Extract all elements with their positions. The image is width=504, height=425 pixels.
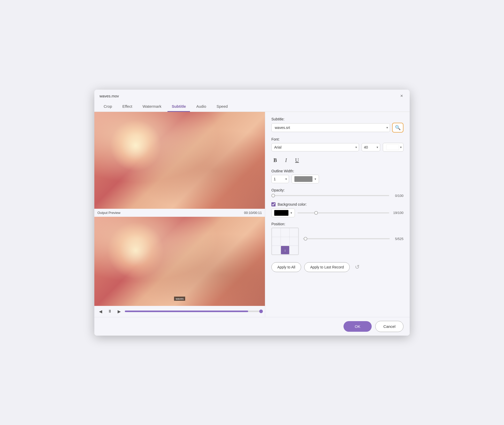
title-bar: waves.mov × (94, 90, 410, 102)
bg-color-swatch (274, 210, 288, 216)
apply-buttons-row: Apply to All Apply to Last Record ↺ (271, 262, 403, 272)
subtitle-field: Subtitle: waves.srt 🔍 (271, 117, 403, 133)
position-value: 5/525 (392, 237, 403, 241)
tab-audio[interactable]: Audio (192, 102, 210, 112)
font-size-select[interactable]: 40 (362, 143, 380, 151)
video-panel: Output Preview 00:10/00:11 waves ◀ ⏸ ▶ (94, 112, 265, 317)
opacity-slider[interactable] (271, 195, 389, 196)
font-color-swatch (386, 144, 399, 150)
dialog-title: waves.mov (100, 94, 119, 98)
main-content: Output Preview 00:10/00:11 waves ◀ ⏸ ▶ (94, 112, 410, 317)
font-size-wrapper: 40 (362, 143, 380, 151)
chevron-down-icon: ▾ (400, 145, 402, 149)
position-field: Position: ↓ (271, 222, 403, 255)
apply-all-button[interactable]: Apply to All (271, 262, 301, 272)
bg-color-button[interactable]: ▾ (271, 208, 295, 217)
progress-bar[interactable] (125, 311, 262, 312)
bold-button[interactable]: B (271, 156, 279, 164)
position-section: ↓ 5/525 (271, 228, 403, 255)
refresh-button[interactable]: ↺ (353, 263, 362, 272)
next-button[interactable]: ▶ (116, 308, 122, 315)
position-label: Position: (271, 222, 403, 226)
tab-subtitle[interactable]: Subtitle (167, 102, 190, 112)
pos-cell-7[interactable]: ↓ (281, 246, 289, 254)
tabs-bar: Crop Effect Watermark Subtitle Audio Spe… (94, 102, 410, 112)
background-checkbox-row: Background color: (271, 202, 403, 206)
pos-cell-4[interactable] (281, 237, 289, 245)
position-slider-col: 5/525 (303, 228, 403, 241)
pos-cell-8[interactable] (290, 246, 298, 254)
outline-width-wrapper: 1 (271, 175, 289, 183)
video-preview-bottom: waves (94, 217, 265, 306)
subtitle-label: Subtitle: (271, 117, 403, 121)
ok-button[interactable]: OK (343, 321, 372, 332)
close-button[interactable]: × (399, 93, 404, 99)
bottom-buttons: OK Cancel (94, 317, 410, 336)
italic-button[interactable]: I (283, 156, 289, 164)
format-row: B I U (271, 156, 403, 164)
position-slider[interactable] (303, 238, 390, 239)
chevron-down-icon-bg: ▾ (291, 211, 292, 215)
tab-speed[interactable]: Speed (212, 102, 232, 112)
preview-label-row: Output Preview 00:10/00:11 (94, 209, 265, 217)
bg-color-row: ▾ 19/100 (271, 208, 403, 217)
background-field: Background color: ▾ 19/100 (271, 202, 403, 217)
preview-timestamp: 00:10/00:11 (244, 211, 262, 215)
outline-width-select[interactable]: 1 (271, 175, 289, 183)
font-select[interactable]: Arial (271, 143, 359, 151)
pos-cell-0[interactable] (272, 228, 280, 237)
subtitle-row: waves.srt 🔍 (271, 123, 403, 133)
apply-last-button[interactable]: Apply to Last Record (304, 262, 350, 272)
cancel-button[interactable]: Cancel (375, 321, 403, 332)
bg-opacity-slider[interactable] (297, 212, 389, 213)
controls-bar: ◀ ⏸ ▶ (94, 306, 265, 317)
pos-arrow-icon: ↓ (284, 248, 286, 252)
search-icon: 🔍 (395, 125, 401, 130)
pos-cell-3[interactable] (272, 237, 280, 245)
font-row: Arial 40 ▾ (271, 143, 403, 152)
subtitle-select-wrapper: waves.srt (271, 123, 390, 132)
font-label: Font: (271, 137, 403, 141)
pos-cell-5[interactable] (290, 237, 298, 245)
outline-row: 1 ▾ (271, 175, 403, 183)
prev-button[interactable]: ◀ (97, 308, 104, 315)
output-preview-label: Output Preview (97, 211, 120, 215)
progress-fill (125, 311, 248, 312)
progress-thumb[interactable] (259, 310, 263, 313)
pause-button[interactable]: ⏸ (106, 308, 113, 315)
font-field: Font: Arial 40 ▾ (271, 137, 403, 152)
subtitle-search-button[interactable]: 🔍 (392, 123, 403, 133)
outline-field: Outline Width: 1 ▾ (271, 169, 403, 183)
font-color-button[interactable]: ▾ (383, 143, 403, 152)
pos-cell-2[interactable] (290, 228, 298, 237)
position-grid: ↓ (271, 228, 299, 255)
outline-color-button[interactable]: ▾ (292, 175, 319, 183)
background-label: Background color: (278, 202, 307, 206)
tab-watermark[interactable]: Watermark (139, 102, 166, 112)
font-select-wrapper: Arial (271, 143, 359, 151)
chevron-down-icon-outline: ▾ (315, 177, 316, 181)
outline-label: Outline Width: (271, 169, 403, 173)
subtitle-watermark: waves (174, 297, 185, 301)
outline-color-swatch (294, 176, 312, 182)
subtitle-select[interactable]: waves.srt (271, 123, 390, 132)
bg-opacity-value: 19/100 (392, 211, 403, 215)
main-dialog: waves.mov × Crop Effect Watermark Subtit… (94, 90, 410, 336)
pos-cell-1[interactable] (281, 228, 289, 237)
tab-effect[interactable]: Effect (118, 102, 136, 112)
video-preview-top (94, 112, 265, 209)
opacity-value: 0/100 (392, 194, 403, 198)
opacity-field: Opacity: 0/100 (271, 188, 403, 198)
background-checkbox[interactable] (271, 202, 276, 206)
tab-crop[interactable]: Crop (100, 102, 116, 112)
opacity-label: Opacity: (271, 188, 403, 192)
underline-button[interactable]: U (293, 156, 301, 164)
settings-panel: Subtitle: waves.srt 🔍 Font: (265, 112, 410, 317)
opacity-slider-row: 0/100 (271, 194, 403, 198)
pos-cell-6[interactable] (272, 246, 280, 254)
